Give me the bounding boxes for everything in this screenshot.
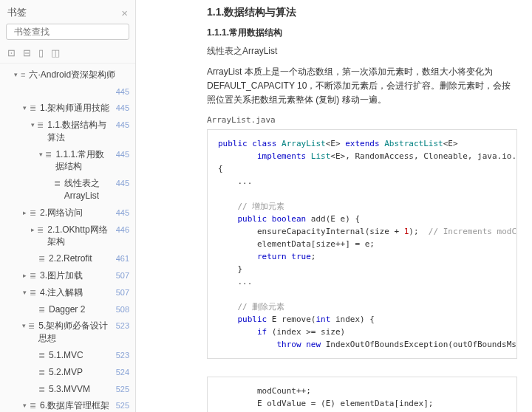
caret-icon[interactable] — [30, 383, 37, 385]
tree-item-label: 4.注入解耦 — [40, 286, 83, 299]
tree-item[interactable]: ▾≣1.1.1.常用数据结构445 — [0, 146, 135, 176]
bookmark-item-icon: ≣ — [30, 399, 36, 411]
bookmark-item-icon: ≣ — [54, 177, 61, 189]
bookmark-tree[interactable]: ▾≡六·Android资深架构师445▾≣1.架构师通用技能445▾≣1.1.数… — [0, 63, 135, 412]
page-number: 507 — [112, 269, 129, 281]
bookmark-item-icon: ≣ — [30, 207, 36, 219]
caret-icon[interactable]: ▸ — [21, 207, 28, 218]
bookmark-item-icon: ≣ — [30, 102, 36, 114]
caret-icon[interactable]: ▾ — [12, 69, 19, 80]
bookmark-item-icon: ≣ — [28, 320, 35, 332]
tree-item[interactable]: ▾≣6.数据库管理框架525 — [0, 397, 135, 412]
caret-icon[interactable]: ▾ — [30, 119, 35, 130]
code-block-1: public class ArrayList<E> extends Abstra… — [207, 129, 517, 360]
tree-item-label: 线性表之ArrayList — [64, 177, 112, 202]
caret-icon[interactable] — [30, 253, 37, 254]
tree-item[interactable]: ≣5.2.MVP524 — [0, 364, 135, 381]
tree-item-label: 5.2.MVP — [49, 366, 83, 379]
caret-icon[interactable]: ▾ — [21, 286, 28, 298]
tree-item-label: 六·Android资深架构师 — [29, 69, 115, 81]
caret-icon[interactable] — [47, 177, 52, 179]
tree-item[interactable]: ▾≣5.架构师必备设计思想523 — [0, 317, 135, 347]
page-number: 461 — [112, 253, 129, 264]
sidebar-title: 书签 — [7, 6, 27, 19]
tag-icon[interactable]: ◫ — [51, 47, 60, 58]
intro-paragraph: ArrayList 本质上是一个动态数组，第一次添加元素时，数组大小将变化为 D… — [207, 65, 517, 108]
tree-item[interactable]: ▸≣2.网络访问445 — [0, 205, 135, 222]
page-number: 524 — [112, 366, 129, 378]
tree-item-label: 5.架构师必备设计思想 — [38, 320, 111, 345]
page-number — [125, 69, 129, 69]
bookmark-item-icon: ≣ — [30, 286, 36, 298]
bookmark-item-icon: ≣ — [45, 148, 52, 160]
code-filename: ArrayList.java — [207, 115, 517, 125]
caret-icon[interactable]: ▾ — [21, 102, 28, 113]
tree-item-label: 1.架构师通用技能 — [40, 102, 109, 114]
page-number: 525 — [112, 383, 129, 395]
page-number: 445 — [112, 207, 129, 219]
subheading: 线性表之ArrayList — [207, 45, 517, 58]
sidebar-toolbar: ⊡ ⊟ ▯ ◫ — [0, 44, 135, 63]
tree-item[interactable]: ▸≣3.图片加载507 — [0, 267, 135, 284]
tree-item[interactable]: ▸≣2.1.OKhttp网络架构446 — [0, 222, 135, 251]
page-number: 445 — [112, 148, 129, 160]
code-block-2: modCount++; E oldValue = (E) elementData… — [207, 377, 517, 412]
caret-icon[interactable]: ▾ — [38, 148, 44, 159]
heading-1: 1.1.数据结构与算法 — [207, 6, 517, 19]
bookmark-item-icon: ≣ — [38, 383, 45, 395]
tree-item[interactable]: ≣5.3.MVVM525 — [0, 381, 135, 398]
tree-item-label: 5.3.MVVM — [49, 383, 90, 396]
page-number: 445 — [112, 86, 129, 97]
bookmark-item-icon: ≣ — [30, 269, 36, 281]
sidebar-header: 书签 × — [0, 0, 135, 24]
tree-item[interactable]: ▾≣4.注入解耦507 — [0, 284, 135, 301]
page-number: 508 — [112, 303, 129, 315]
tree-item[interactable]: ≣线性表之ArrayList445 — [0, 175, 135, 205]
search-box[interactable] — [6, 24, 129, 40]
tree-item-label: Dagger 2 — [49, 303, 85, 316]
collapse-all-icon[interactable]: ⊟ — [23, 47, 31, 58]
tree-item-label: 3.图片加载 — [40, 269, 83, 282]
caret-icon[interactable]: ▾ — [21, 320, 27, 331]
bookmark-item-icon: ≣ — [38, 366, 45, 378]
tree-item[interactable]: ▾≡六·Android资深架构师 — [0, 66, 135, 83]
caret-icon[interactable] — [30, 366, 37, 368]
caret-icon[interactable]: ▸ — [21, 269, 28, 281]
caret-icon[interactable]: ▾ — [21, 399, 28, 411]
bookmark-icon[interactable]: ▯ — [38, 47, 44, 58]
caret-icon[interactable]: ▸ — [30, 224, 35, 235]
search-input[interactable] — [14, 27, 125, 37]
tree-item[interactable]: ≣Dagger 2508 — [0, 301, 135, 318]
page-number: 525 — [112, 399, 129, 411]
tree-item-label: 6.数据库管理框架 — [40, 399, 109, 412]
page-number: 507 — [112, 286, 129, 298]
page-number: 445 — [112, 177, 129, 189]
tree-item-label: 5.1.MVC — [49, 349, 83, 362]
bookmark-item-icon: ≣ — [38, 349, 45, 361]
bookmark-item-icon: ≣ — [37, 224, 44, 236]
tree-item-label: 2.1.OKhttp网络架构 — [47, 224, 111, 249]
document-content[interactable]: 1.1.数据结构与算法 1.1.1.常用数据结构 线性表之ArrayList A… — [136, 0, 532, 412]
expand-all-icon[interactable]: ⊡ — [7, 47, 16, 58]
tree-item-label: 1.1.数据结构与算法 — [47, 119, 111, 144]
tree-item[interactable]: ≣2.2.Retrofit461 — [0, 250, 135, 267]
bookmark-item-icon: ≣ — [38, 253, 45, 264]
bookmark-item-icon: ≡ — [21, 69, 25, 80]
tree-item[interactable]: ▾≣1.架构师通用技能445 — [0, 100, 135, 117]
search-wrap — [0, 24, 135, 44]
caret-icon[interactable] — [30, 303, 37, 305]
page-number: 523 — [112, 320, 129, 332]
bookmarks-sidebar: 书签 × ⊡ ⊟ ▯ ◫ ▾≡六·Android资深架构师445▾≣1.架构师通… — [0, 0, 136, 412]
heading-2: 1.1.1.常用数据结构 — [207, 27, 517, 39]
close-icon[interactable]: × — [121, 7, 128, 19]
tree-item-label: 1.1.1.常用数据结构 — [55, 148, 111, 174]
caret-icon[interactable] — [30, 349, 37, 351]
tree-item-label: 2.2.Retrofit — [49, 253, 92, 265]
tree-item[interactable]: ▾≣1.1.数据结构与算法445 — [0, 117, 135, 146]
bookmark-item-icon: ≣ — [38, 303, 45, 315]
page-number: 446 — [112, 224, 129, 236]
tree-item[interactable]: 445 — [0, 83, 135, 100]
tree-item[interactable]: ≣5.1.MVC523 — [0, 347, 135, 364]
page-number: 445 — [112, 102, 129, 114]
caret-icon[interactable] — [12, 86, 19, 87]
